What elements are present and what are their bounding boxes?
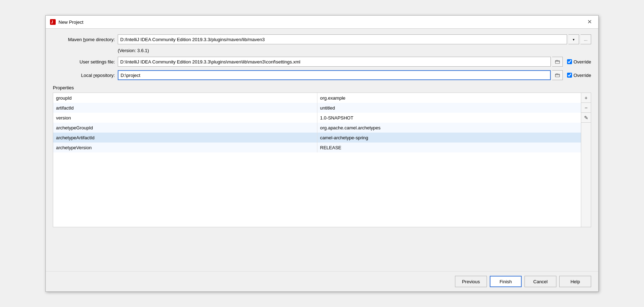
help-button[interactable]: Help: [559, 276, 591, 287]
property-key: archetypeVersion: [53, 143, 317, 152]
close-button[interactable]: ✕: [585, 18, 594, 26]
properties-table-wrapper: groupIdorg.exampleartifactIduntitledvers…: [53, 93, 581, 227]
app-icon: J: [50, 19, 56, 25]
previous-button[interactable]: Previous: [455, 276, 487, 287]
svg-rect-2: [555, 61, 560, 63]
user-settings-browse-btn[interactable]: [552, 57, 563, 67]
user-settings-input[interactable]: [118, 57, 551, 67]
property-key: groupId: [53, 93, 317, 103]
property-value: org.apache.camel.archetypes: [317, 123, 581, 133]
edit-property-button[interactable]: ✎: [581, 113, 591, 123]
table-row[interactable]: archetypeVersionRELEASE: [53, 143, 581, 152]
user-settings-override: Override: [567, 59, 591, 65]
local-repo-input-group: Override: [118, 70, 591, 80]
maven-home-input[interactable]: [118, 34, 567, 44]
properties-toolbar: + − ✎: [581, 93, 591, 227]
property-key: archetypeArtifactId: [53, 133, 317, 143]
version-text: (Version: 3.6.1): [118, 48, 591, 53]
user-settings-override-checkbox[interactable]: [567, 59, 572, 64]
maven-home-label: Maven home directory:: [53, 37, 115, 42]
table-row[interactable]: archetypeArtifactIdcamel-archetype-sprin…: [53, 133, 581, 143]
user-settings-input-group: Override: [118, 57, 591, 67]
title-bar: J New Project ✕: [46, 16, 598, 29]
maven-home-input-group: ▾ ...: [118, 34, 591, 44]
remove-property-button[interactable]: −: [581, 103, 591, 113]
user-settings-row: User settings file: Override: [53, 57, 591, 67]
local-repo-input[interactable]: [118, 70, 551, 80]
properties-label: Properties: [53, 85, 591, 90]
svg-text:J: J: [51, 20, 53, 24]
local-repo-override-checkbox[interactable]: [567, 73, 572, 78]
dialog-title: New Project: [59, 19, 83, 25]
local-repo-row: Local repository: Override: [53, 70, 591, 80]
table-row[interactable]: artifactIduntitled: [53, 103, 581, 113]
user-settings-label: User settings file:: [53, 59, 115, 65]
properties-section: Properties groupIdorg.exampleartifactIdu…: [53, 85, 591, 227]
property-key: artifactId: [53, 103, 317, 113]
property-value: RELEASE: [317, 143, 581, 152]
add-property-button[interactable]: +: [581, 93, 591, 103]
maven-home-dropdown-btn[interactable]: ▾: [568, 34, 579, 44]
local-repo-override: Override: [567, 73, 591, 78]
maven-home-browse-btn[interactable]: ...: [581, 34, 591, 44]
property-value: camel-archetype-spring: [317, 133, 581, 143]
property-value: org.example: [317, 93, 581, 103]
local-repo-browse-btn[interactable]: [552, 70, 563, 80]
property-value: untitled: [317, 103, 581, 113]
property-key: version: [53, 113, 317, 123]
table-row[interactable]: groupIdorg.example: [53, 93, 581, 103]
cancel-button[interactable]: Cancel: [524, 276, 556, 287]
title-bar-left: J New Project: [50, 19, 83, 25]
maven-home-row: Maven home directory: ▾ ...: [53, 34, 591, 44]
new-project-dialog: J New Project ✕ Maven home directory: ▾ …: [45, 15, 599, 292]
local-repo-label: Local repository:: [53, 73, 115, 78]
dialog-footer: Previous Finish Cancel Help: [46, 271, 598, 291]
dialog-content: Maven home directory: ▾ ... (Version: 3.…: [46, 29, 598, 271]
finish-button[interactable]: Finish: [490, 276, 522, 287]
table-row[interactable]: archetypeGroupIdorg.apache.camel.archety…: [53, 123, 581, 133]
property-key: archetypeGroupId: [53, 123, 317, 133]
property-value: 1.0-SNAPSHOT: [317, 113, 581, 123]
svg-rect-3: [555, 74, 560, 77]
properties-table: groupIdorg.exampleartifactIduntitledvers…: [53, 93, 581, 152]
local-repo-override-label[interactable]: Override: [573, 73, 591, 78]
table-row[interactable]: version1.0-SNAPSHOT: [53, 113, 581, 123]
properties-container: groupIdorg.exampleartifactIduntitledvers…: [53, 93, 591, 227]
user-settings-override-label[interactable]: Override: [573, 59, 591, 65]
